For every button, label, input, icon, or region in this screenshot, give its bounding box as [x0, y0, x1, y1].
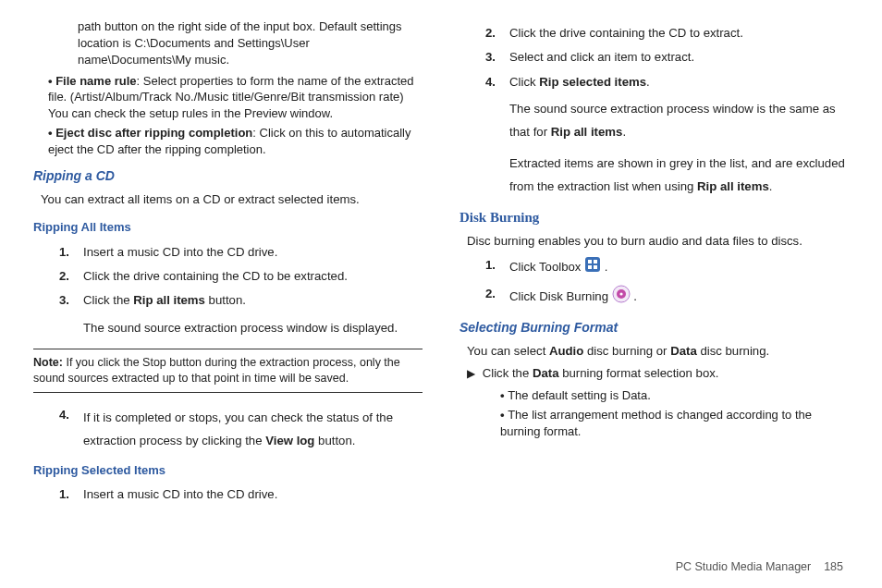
step-row: 2. Click Disk Burning .	[485, 285, 849, 309]
step-text: Select and click an item to extract.	[509, 48, 849, 67]
text: .	[622, 125, 626, 139]
text-bold: Rip all items	[133, 293, 205, 307]
body-selecting-format: You can select Audio disc burning or Dat…	[467, 342, 849, 361]
toolbox-icon	[584, 256, 601, 278]
heading-ripping-all: Ripping All Items	[33, 218, 423, 237]
note-box: Note: If you click the Stop button durin…	[33, 349, 423, 393]
step-row: 1. Insert a music CD into the CD drive.	[59, 243, 423, 262]
text: .	[605, 260, 608, 274]
text: burning format selection box.	[559, 366, 719, 380]
body-disk-burning: Disc burning enables you to burn audio a…	[467, 232, 849, 251]
continuation-text: path button on the right side of the inp…	[78, 18, 423, 69]
bullet-eject-disc: Eject disc after ripping completion: Cli…	[48, 125, 423, 157]
step-number: 2.	[485, 24, 502, 43]
heading-disk-burning: Disk Burning	[459, 207, 849, 228]
step-row: 3. Click the Rip all items button.	[59, 291, 423, 310]
sub-bullet: The default setting is Data.	[500, 387, 849, 404]
step-number: 1.	[485, 256, 502, 278]
svg-rect-1	[588, 260, 592, 263]
step-text: Click the drive containing the CD to ext…	[509, 24, 849, 43]
step-text: Click Toolbox .	[509, 256, 849, 278]
heading-ripping-cd: Ripping a CD	[33, 166, 423, 187]
text: .	[633, 289, 637, 303]
note-body: If you click the Stop button during the …	[33, 356, 400, 385]
text-bold: View log	[265, 434, 314, 447]
svg-rect-2	[594, 260, 597, 263]
triangle-step: ▶ Click the Data burning format selectio…	[467, 364, 849, 383]
step-text: Click the Rip all items button.	[83, 291, 423, 310]
heading-selecting-format: Selecting Burning Format	[459, 318, 849, 338]
heading-ripping-selected: Ripping Selected Items	[33, 461, 423, 480]
text-bold: Rip all items	[551, 125, 623, 139]
footer-title: PC Studio Media Manager	[676, 560, 812, 573]
page-footer: PC Studio Media Manager 185	[676, 560, 843, 573]
svg-rect-3	[588, 265, 592, 269]
step-number: 4.	[59, 406, 76, 452]
step-text: Click Rip selected items.	[509, 73, 849, 92]
text: button.	[314, 434, 355, 447]
text-bold: Data	[670, 344, 697, 358]
step-number: 3.	[485, 48, 502, 67]
text: Click	[509, 75, 539, 89]
text-bold: Audio	[549, 344, 583, 358]
step-number: 3.	[59, 291, 76, 310]
right-column: 2. Click the drive containing the CD to …	[459, 18, 849, 510]
step-number: 4.	[485, 73, 502, 92]
text: Click the	[83, 293, 133, 307]
text-bold: Rip selected items	[539, 75, 646, 89]
step-text: If it is completed or stops, you can che…	[83, 406, 423, 452]
text: disc burning.	[697, 344, 769, 358]
step-number: 1.	[59, 485, 76, 504]
after-step-text: Extracted items are shown in grey in the…	[509, 152, 849, 198]
body-ripping-cd: You can extract all items on a CD or ext…	[41, 190, 423, 209]
bullet-label: File name rule	[55, 74, 136, 88]
bullet-file-name-rule: File name rule: Select properties to for…	[48, 73, 423, 122]
text-bold: Data	[533, 366, 559, 380]
step-text: Insert a music CD into the CD drive.	[83, 243, 423, 262]
after-step-text: The sound source extraction process wind…	[83, 316, 423, 339]
svg-rect-0	[585, 257, 600, 272]
svg-point-7	[619, 292, 622, 295]
text: .	[646, 75, 650, 89]
step-text: Insert a music CD into the CD drive.	[83, 485, 423, 504]
step-text: Click the drive containing the CD to be …	[83, 267, 423, 286]
left-column: path button on the right side of the inp…	[33, 18, 423, 510]
step-row: 2. Click the drive containing the CD to …	[485, 24, 849, 43]
text: Click Disk Burning	[509, 289, 612, 303]
triangle-icon: ▶	[467, 367, 475, 380]
disc-burning-icon	[612, 285, 631, 309]
step-row: 4. Click Rip selected items.	[485, 73, 849, 92]
step-number: 1.	[59, 243, 76, 262]
text: .	[769, 179, 773, 193]
text-bold: Rip all items	[697, 179, 769, 193]
page-columns: path button on the right side of the inp…	[0, 0, 882, 520]
text: You can select	[467, 344, 549, 358]
note-label: Note:	[33, 356, 63, 369]
step-row: 1. Insert a music CD into the CD drive.	[59, 485, 423, 504]
sub-bullet: The list arrangement method is changed a…	[500, 407, 849, 439]
step-number: 2.	[59, 267, 76, 286]
text: Click the	[483, 366, 533, 380]
text: button.	[205, 293, 246, 307]
step-row: 2. Click the drive containing the CD to …	[59, 267, 423, 286]
step-row: 3. Select and click an item to extract.	[485, 48, 849, 67]
after-step-text: The sound source extraction process wind…	[509, 97, 849, 143]
step-row: 4. If it is completed or stops, you can …	[59, 406, 423, 452]
step-row: 1. Click Toolbox .	[485, 256, 849, 278]
text: Click Toolbox	[509, 260, 584, 274]
text: Extracted items are shown in grey in the…	[509, 156, 845, 193]
svg-rect-4	[594, 265, 597, 269]
text: disc burning or	[583, 344, 670, 358]
footer-page: 185	[824, 560, 843, 573]
bullet-label: Eject disc after ripping completion	[55, 126, 252, 140]
step-number: 2.	[485, 285, 502, 309]
step-text: Click Disk Burning .	[509, 285, 849, 309]
